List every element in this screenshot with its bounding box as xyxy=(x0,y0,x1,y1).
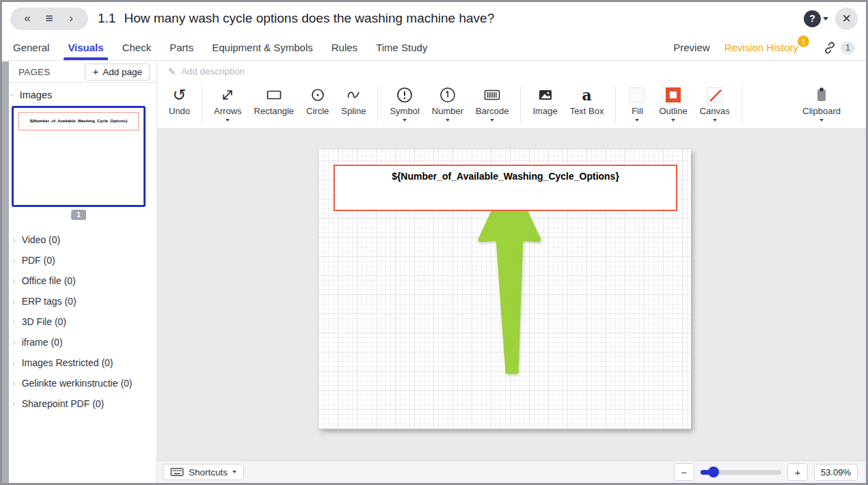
tab-visuals[interactable]: Visuals xyxy=(68,35,103,60)
zoom-in-button[interactable]: + xyxy=(787,463,808,481)
toolbar-divider xyxy=(742,85,742,123)
tab-general[interactable]: General xyxy=(13,35,49,60)
toolbar-divider xyxy=(615,85,616,123)
rectangle-tool[interactable]: Rectangle xyxy=(248,84,301,124)
sidebar-item-video[interactable]: ›Video (0) xyxy=(9,230,157,250)
tool-label: Circle xyxy=(306,106,329,116)
step-list-menu-button[interactable]: ≡ xyxy=(39,8,59,29)
tool-label: Text Box xyxy=(570,106,604,116)
main-area: ✎ Add description ↺ Undo xyxy=(157,61,866,483)
tab-check[interactable]: Check xyxy=(122,35,152,60)
sidebar-item-pdf[interactable]: ›PDF (0) xyxy=(9,250,157,271)
canvas-workspace[interactable]: ${Number_of_Available_Washing_Cycle_Opti… xyxy=(157,129,866,460)
sidebar-item-label: Video (0) xyxy=(22,234,61,245)
image-tool[interactable]: Image xyxy=(526,84,563,124)
help-menu[interactable]: ? xyxy=(804,10,828,27)
chevron-right-icon: › xyxy=(12,358,16,368)
sidebar-item-label: ERP tags (0) xyxy=(22,296,77,307)
tool-label: Outline xyxy=(659,106,687,116)
tab-equipment-symbols[interactable]: Equipment & Symbols xyxy=(212,35,313,60)
chevron-down-icon xyxy=(823,17,828,23)
sidebar-item-iframe[interactable]: ›iframe (0) xyxy=(9,332,157,352)
chevron-down-icon xyxy=(671,119,675,124)
number-icon xyxy=(439,86,457,104)
zoom-out-button[interactable]: − xyxy=(674,463,694,481)
revision-alert-badge: ! xyxy=(798,36,809,47)
preview-button[interactable]: Preview xyxy=(673,42,709,53)
left-scrollbar[interactable] xyxy=(2,61,9,483)
tool-label: Clipboard xyxy=(802,106,841,116)
variable-text-box[interactable]: ${Number_of_Available_Washing_Cycle_Opti… xyxy=(334,165,677,211)
revision-history-button[interactable]: Revision History ! xyxy=(724,42,804,53)
shortcuts-button[interactable]: Shortcuts xyxy=(163,464,244,480)
thumbnail-textbox-text: ${Number_of_Available_Washing_Cycle_Opti… xyxy=(30,119,128,123)
sidebar-item-label: PDF (0) xyxy=(22,255,55,266)
circle-tool[interactable]: Circle xyxy=(300,84,335,124)
tab-time-study[interactable]: Time Study xyxy=(376,35,427,60)
pages-header: PAGES + Add page xyxy=(9,61,157,83)
linked-items-button[interactable]: 1 xyxy=(822,40,855,55)
chevron-down-icon xyxy=(490,119,494,124)
undo-icon: ↺ xyxy=(172,87,186,102)
close-button[interactable]: ✕ xyxy=(835,8,858,30)
outline-tool[interactable]: Outline xyxy=(653,84,693,124)
undo-button[interactable]: ↺ Undo xyxy=(163,84,196,124)
nav-first-step-button[interactable]: « xyxy=(17,8,38,29)
outline-swatch-icon xyxy=(666,87,681,102)
tool-label: Barcode xyxy=(476,106,508,116)
chevron-right-icon: › xyxy=(12,296,16,306)
zoom-level-value[interactable]: 53.09% xyxy=(814,464,858,481)
sidebar-item-gelinkte-werkinstructie[interactable]: ›Gelinkte werkinstructie (0) xyxy=(9,373,157,393)
statusbar: Shortcuts − + 53.09% xyxy=(157,460,866,483)
zoom-slider-thumb[interactable] xyxy=(708,467,719,477)
fill-tool[interactable]: Fill xyxy=(621,84,653,124)
sidebar-item-3d-file[interactable]: ›3D File (0) xyxy=(9,311,157,332)
canvas-tool[interactable]: Canvas xyxy=(694,84,736,124)
chevron-down-icon xyxy=(226,119,230,124)
sidebar-item-images-restricted[interactable]: ›Images Restricted (0) xyxy=(9,352,157,373)
images-section-header[interactable]: › Images xyxy=(12,89,157,100)
barcode-tool[interactable]: Barcode xyxy=(470,84,515,124)
arrows-icon xyxy=(219,87,236,103)
chevron-right-icon: › xyxy=(12,276,16,286)
symbol-tool[interactable]: Symbol xyxy=(383,84,425,124)
text-box-icon xyxy=(582,87,591,103)
chevron-right-icon: › xyxy=(12,399,16,408)
sidebar-item-label: Sharepoint PDF (0) xyxy=(22,398,105,409)
sidebar-item-label: iframe (0) xyxy=(22,337,63,348)
rectangle-icon xyxy=(265,87,283,103)
chevron-down-icon xyxy=(635,119,639,124)
tabbar-right: Preview Revision History ! 1 xyxy=(673,35,855,60)
tab-rules[interactable]: Rules xyxy=(331,35,357,60)
tab-parts[interactable]: Parts xyxy=(169,35,193,60)
page-thumbnail-1[interactable]: ${Number_of_Available_Washing_Cycle_Opti… xyxy=(12,106,146,207)
pages-label: PAGES xyxy=(18,67,51,77)
tabbar: General Visuals Check Parts Equipment & … xyxy=(2,35,866,61)
chevron-down-icon xyxy=(713,119,717,124)
sidebar-item-label: Gelinkte werkinstructie (0) xyxy=(22,378,133,389)
help-icon[interactable]: ? xyxy=(804,10,821,27)
sidebar-item-erp-tags[interactable]: ›ERP tags (0) xyxy=(9,291,157,311)
description-row[interactable]: ✎ Add description xyxy=(157,61,866,81)
images-section-label: Images xyxy=(20,89,53,100)
canvas-page[interactable]: ${Number_of_Available_Washing_Cycle_Opti… xyxy=(318,150,691,429)
clipboard-tool[interactable]: Clipboard xyxy=(796,84,847,124)
sidebar-item-sharepoint-pdf[interactable]: ›Sharepoint PDF (0) xyxy=(9,393,157,414)
number-tool[interactable]: Number xyxy=(426,84,470,124)
arrows-tool[interactable]: Arrows xyxy=(208,84,247,124)
toolbar-divider xyxy=(377,85,378,123)
nav-next-step-button[interactable]: › xyxy=(61,8,81,29)
add-page-button[interactable]: + Add page xyxy=(85,64,150,81)
chevron-down-icon xyxy=(819,119,824,124)
text-box-tool[interactable]: Text Box xyxy=(564,84,610,124)
tool-label: Spline xyxy=(341,106,366,116)
chevron-right-icon: › xyxy=(12,235,16,245)
spline-tool[interactable]: Spline xyxy=(335,84,372,124)
sidebar-item-office-file[interactable]: ›Office file (0) xyxy=(9,271,157,291)
clipboard-icon xyxy=(813,86,830,104)
tool-label: Rectangle xyxy=(254,106,295,116)
zoom-slider[interactable] xyxy=(701,470,781,475)
tabs: General Visuals Check Parts Equipment & … xyxy=(13,35,427,60)
chevron-down-icon: › xyxy=(8,94,18,97)
step-question-text: How many wash cycle options does the was… xyxy=(124,11,494,26)
